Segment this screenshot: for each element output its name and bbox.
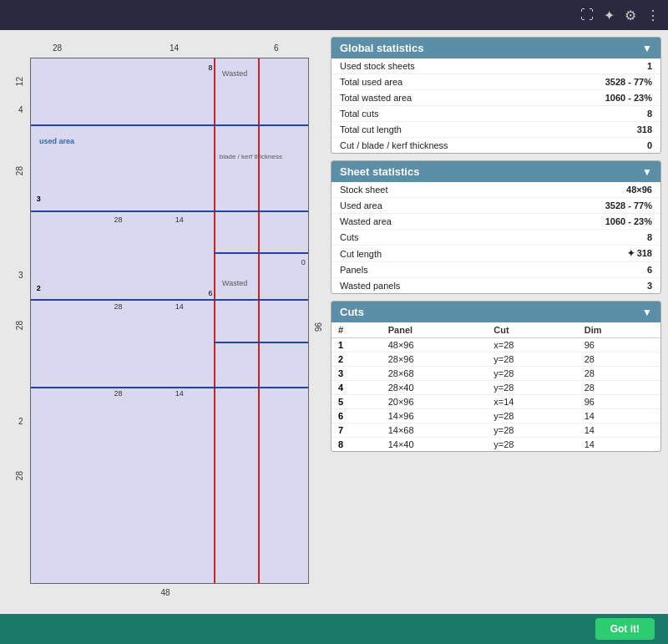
stat-value: 6 (512, 262, 660, 278)
cut-num: 8 (331, 438, 382, 452)
table-row: Cuts8 (331, 230, 660, 246)
stat-value: 3 (512, 278, 660, 294)
table-row: 614×96y=2814 (331, 409, 660, 423)
dim-left-3: 3 (18, 271, 23, 280)
cuts-title: Cuts (340, 306, 364, 318)
main-area: 28 14 6 12 4 28 3 28 2 28 96 48 (0, 30, 668, 614)
cuts-col-cut: Cut (487, 322, 577, 338)
stat-label: Stock sheet (331, 182, 512, 198)
table-row: Total cuts8 (331, 106, 660, 122)
global-stats-table: Used stock sheets1Total used area3528 - … (331, 58, 660, 153)
cut-cut: y=28 (487, 409, 577, 423)
cut-dim: 96 (578, 395, 660, 409)
dim-14-b: 14 (175, 302, 184, 311)
dim-top-6: 6 (274, 43, 279, 53)
wasted-label-mid: Wasted (222, 279, 247, 287)
global-stats-section: Global statistics ▼ Used stock sheets1To… (331, 37, 661, 154)
cuts-col-dim: Dim (578, 322, 660, 338)
stat-label: Wasted panels (331, 278, 512, 294)
v-cut-1 (214, 58, 215, 583)
stat-value: 8 (549, 106, 660, 122)
h-cut-partial1 (214, 252, 308, 254)
table-row: Panels6 (331, 262, 660, 278)
dim-left-28a: 28 (15, 166, 24, 175)
stat-value: 1060 - 23% (549, 90, 660, 106)
dim-left-2: 2 (18, 417, 23, 426)
stat-value: ✦ 318 (512, 246, 660, 262)
dim-28-c: 28 (114, 389, 123, 398)
global-stats-title: Global statistics (340, 42, 423, 54)
col-num-8: 8 (208, 63, 212, 72)
cut-num: 5 (331, 395, 382, 409)
col-num-6: 6 (208, 289, 212, 297)
stat-value: 3528 - 77% (549, 74, 660, 90)
table-row: 520×96x=1496 (331, 395, 660, 409)
fullscreen-icon[interactable]: ⛶ (580, 8, 594, 23)
cut-num: 2 (331, 352, 382, 367)
v-cut-2 (258, 58, 260, 583)
cut-cut: y=28 (487, 423, 577, 438)
cut-cut: x=28 (487, 338, 577, 352)
table-row: 714×68y=2814 (331, 423, 660, 438)
cut-num: 3 (331, 367, 382, 381)
cut-panel: 28×68 (382, 367, 488, 381)
global-stats-header[interactable]: Global statistics ▼ (331, 38, 660, 58)
stat-label: Total used area (331, 74, 549, 90)
right-panel: Global statistics ▼ Used stock sheets1To… (331, 37, 661, 607)
table-row: 814×40y=2814 (331, 438, 660, 452)
table-row: Total cut length318 (331, 122, 660, 138)
cut-num: 6 (331, 409, 382, 423)
stat-label: Panels (331, 262, 512, 278)
sheet-area: used area Wasted blade / kerf thickness … (30, 58, 309, 584)
cut-panel: 14×40 (382, 438, 488, 452)
cut-num: 1 (331, 338, 382, 352)
stat-label: Wasted area (331, 214, 512, 230)
dim-28-b: 28 (114, 302, 123, 311)
stat-label: Cut length (331, 246, 512, 262)
table-row: Used area3528 - 77% (331, 198, 660, 214)
cuts-chevron[interactable]: ▼ (642, 307, 652, 318)
cut-dim: 28 (578, 381, 660, 395)
sheet-stats-chevron[interactable]: ▼ (642, 166, 652, 178)
cut-num: 4 (331, 381, 382, 395)
stat-label: Used area (331, 198, 512, 214)
cuts-col-num: # (331, 322, 382, 338)
stat-label: Total cuts (331, 106, 549, 122)
more-icon[interactable]: ⋮ (646, 8, 660, 23)
dim-right-96: 96 (313, 322, 322, 332)
cut-dim: 28 (578, 367, 660, 381)
global-stats-chevron[interactable]: ▼ (642, 43, 652, 54)
gear-icon[interactable]: ⚙ (625, 8, 636, 23)
h-cut-28a (31, 210, 308, 212)
cut-panel: 20×96 (382, 395, 488, 409)
target-icon[interactable]: ✦ (604, 8, 615, 23)
cuts-table: # Panel Cut Dim 148×96x=2896228×96y=2828… (331, 322, 660, 451)
cuts-col-panel: Panel (382, 322, 488, 338)
stat-value: 3528 - 77% (512, 198, 660, 214)
h-cut-partial2 (214, 342, 308, 343)
bottom-bar: Got it! (0, 614, 668, 644)
cut-dim: 96 (578, 338, 660, 352)
stat-value: 1060 - 23% (512, 214, 660, 230)
row-num-3: 3 (37, 195, 41, 203)
dim-left-4: 4 (18, 105, 23, 114)
cut-panel: 14×68 (382, 423, 488, 438)
stat-value: 8 (512, 230, 660, 246)
cuts-header[interactable]: Cuts ▼ (331, 302, 660, 322)
h-cut-28c (31, 387, 308, 388)
stat-value: 1 (549, 58, 660, 74)
table-row: Total used area3528 - 77% (331, 74, 660, 90)
table-row: Total wasted area1060 - 23% (331, 90, 660, 106)
blade-kerf-label: blade / kerf thickness (220, 153, 282, 160)
cut-cut: x=14 (487, 395, 577, 409)
table-row: Cut length✦ 318 (331, 246, 660, 262)
got-it-button[interactable]: Got it! (595, 618, 655, 640)
cut-cut: y=28 (487, 352, 577, 367)
table-row: Stock sheet48×96 (331, 182, 660, 198)
table-row: 148×96x=2896 (331, 338, 660, 352)
dim-left-12: 12 (15, 77, 24, 86)
table-row: 228×96y=2828 (331, 352, 660, 367)
table-row: Wasted panels3 (331, 278, 660, 294)
dim-14-a: 14 (175, 216, 184, 224)
sheet-stats-header[interactable]: Sheet statistics ▼ (331, 161, 660, 182)
